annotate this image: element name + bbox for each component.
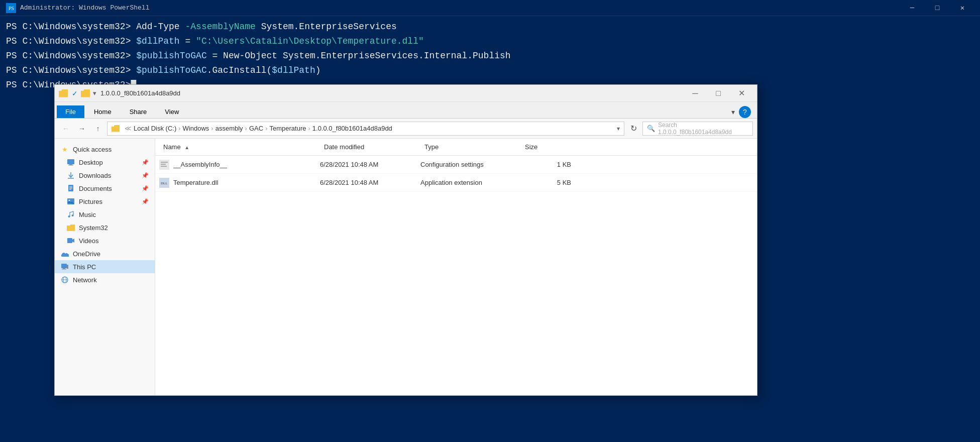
up-button[interactable]: ↑ [91,122,105,136]
folder-icon-small-2 [81,89,90,97]
path-item-1[interactable]: Windows [183,125,209,132]
svg-point-12 [68,215,70,217]
star-icon: ★ [61,145,69,153]
col-header-name[interactable]: Name ▲ [159,143,320,151]
path-item-2[interactable]: assembly [215,125,243,132]
exp-ribbon: File Home Share View ▾ ? [55,102,757,119]
path-item-0[interactable]: Local Disk (C:) [134,125,176,132]
path-dropdown-icon[interactable]: ▾ [617,125,620,132]
dropdown-arrow-icon[interactable]: ▾ [93,89,96,97]
music-icon [67,210,75,218]
ps-titlebar: PS Administrator: Windows PowerShell ─ □… [0,0,980,16]
svg-rect-15 [61,264,67,268]
ribbon-tab-file[interactable]: File [57,105,84,118]
sidebar-item-thispc-label: This PC [73,263,96,271]
videos-icon [67,237,75,245]
svg-rect-17 [62,269,66,270]
sidebar-item-onedrive-label: OneDrive [73,250,100,258]
checkmark-icon: ✓ [72,89,78,97]
ribbon-chevron-icon[interactable]: ▾ [731,108,735,116]
desktop-icon [67,158,75,166]
sidebar-item-desktop-label: Desktop [79,159,103,166]
svg-point-13 [72,214,74,216]
system32-folder-icon [67,224,75,232]
sidebar-item-network[interactable]: Network [55,273,155,286]
sidebar-item-downloads[interactable]: Downloads 📌 [55,169,155,182]
ribbon-tab-share[interactable]: Share [121,105,156,118]
folder-icon-small [59,89,68,97]
col-header-date[interactable]: Date modified [320,143,420,151]
sidebar-item-quickaccess-label: Quick access [73,146,112,153]
sidebar-item-music[interactable]: Music [55,208,155,221]
help-button[interactable]: ? [739,106,751,118]
sidebar-item-thispc[interactable]: This PC [55,260,155,273]
svg-rect-16 [63,268,65,269]
sidebar-item-documents[interactable]: Documents 📌 [55,182,155,195]
search-icon: 🔍 [647,125,655,132]
svg-rect-2 [67,159,74,164]
exp-title-icons: ✓ ▾ [59,89,96,97]
downloads-pin-icon: 📌 [142,172,149,179]
address-path-bar[interactable]: ≪ Local Disk (C:) › Windows › assembly ›… [107,122,624,136]
sidebar-item-quickaccess[interactable]: ★ Quick access [55,143,155,156]
ps-title: Administrator: Windows PowerShell [20,4,901,12]
search-placeholder: Search 1.0.0.0_f80b1601a4d8a9dd [658,122,748,136]
path-sep-2: › [211,125,213,132]
documents-pin-icon: 📌 [142,185,149,192]
back-button[interactable]: ← [59,122,73,136]
assemblyinfo-date: 6/28/2021 10:48 AM [320,161,420,168]
ps-controls: ─ □ ✕ [901,0,974,16]
exp-title-text: 1.0.0.0_f80b1601a4d8a9dd [100,89,684,97]
path-item-5[interactable]: 1.0.0.0_f80b1601a4d8a9dd [312,125,392,132]
network-icon [61,276,69,284]
ps-minimize-button[interactable]: ─ [901,0,924,16]
documents-icon [67,184,75,192]
sidebar-item-onedrive[interactable]: OneDrive [55,247,155,260]
ribbon-tab-view[interactable]: View [156,105,187,118]
exp-filelist: Name ▲ Date modified Type Size [155,139,757,395]
sidebar-item-documents-label: Documents [79,185,112,192]
svg-rect-23 [161,162,168,163]
ps-line-4: PS C:\Windows\system32> $publishToGAC.Ga… [6,64,974,77]
search-box[interactable]: 🔍 Search 1.0.0.0_f80b1601a4d8a9dd [642,122,753,136]
desktop-pin-icon: 📌 [142,159,149,166]
ribbon-tab-home[interactable]: Home [85,105,120,118]
exp-close-button[interactable]: ✕ [730,85,753,102]
path-item-3[interactable]: GAC [249,125,263,132]
temperaturedll-date: 6/28/2021 10:48 AM [320,179,420,186]
file-row-temperaturedll[interactable]: DLL Temperature.dll 6/28/2021 10:48 AM A… [155,174,757,192]
col-header-size[interactable]: Size [521,143,571,151]
ps-app-icon: PS [6,3,16,13]
exp-titlebar: ✓ ▾ 1.0.0.0_f80b1601a4d8a9dd ─ □ ✕ [55,85,757,102]
refresh-button[interactable]: ↻ [626,122,640,136]
exp-sidebar: ★ Quick access Desktop 📌 Downloads 📌 [55,139,155,395]
col-header-type[interactable]: Type [420,143,521,151]
svg-rect-18 [67,265,68,269]
thispc-icon [61,263,69,271]
explorer-window: ✓ ▾ 1.0.0.0_f80b1601a4d8a9dd ─ □ ✕ File … [54,84,757,396]
sidebar-item-system32[interactable]: System32 [55,221,155,234]
exp-main: ★ Quick access Desktop 📌 Downloads 📌 [55,139,757,395]
forward-button[interactable]: → [75,122,89,136]
sidebar-item-desktop[interactable]: Desktop 📌 [55,156,155,169]
path-item-4[interactable]: Temperature [269,125,306,132]
sidebar-item-downloads-label: Downloads [79,172,111,179]
ps-line-3: PS C:\Windows\system32> $publishToGAC = … [6,49,974,63]
svg-rect-3 [69,164,72,165]
temperaturedll-type: Application extension [420,179,521,186]
svg-rect-24 [161,164,166,165]
svg-rect-25 [161,166,167,167]
sidebar-item-videos[interactable]: Videos [55,234,155,247]
sidebar-item-pictures[interactable]: Pictures 📌 [55,195,155,208]
exp-minimize-button[interactable]: ─ [684,85,707,102]
exp-win-controls: ─ □ ✕ [684,85,753,102]
ribbon-tabs: File Home Share View ▾ ? [55,102,757,118]
ps-close-button[interactable]: ✕ [951,0,974,16]
exp-maximize-button[interactable]: □ [707,85,730,102]
filelist-header: Name ▲ Date modified Type Size [155,139,757,156]
assemblyinfo-type: Configuration settings [420,161,521,168]
svg-text:DLL: DLL [161,181,168,185]
svg-rect-14 [67,238,72,243]
ps-maximize-button[interactable]: □ [926,0,949,16]
file-row-assemblyinfo[interactable]: __AssemblyInfo__ 6/28/2021 10:48 AM Conf… [155,156,757,174]
